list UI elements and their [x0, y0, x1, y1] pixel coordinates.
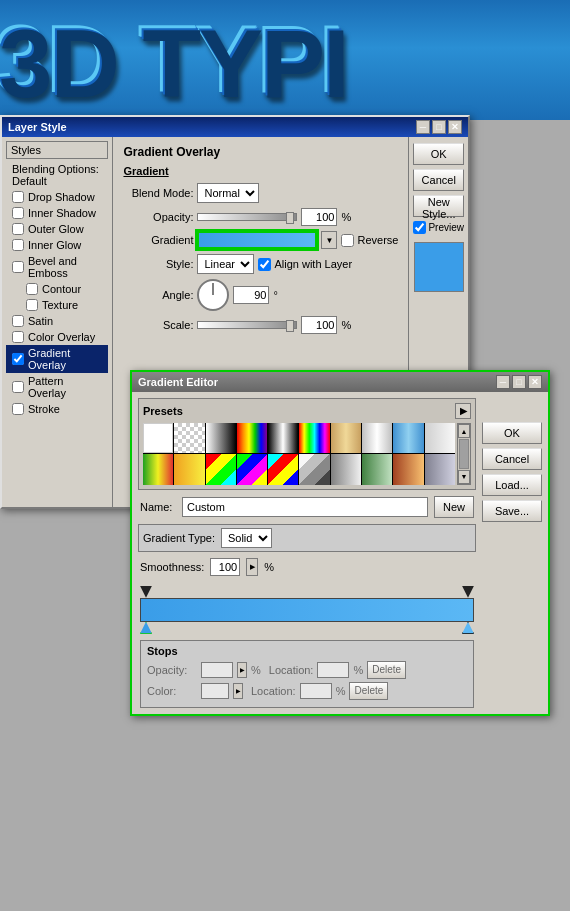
scroll-down-btn[interactable]: ▼ [458, 470, 470, 484]
preset-swatch[interactable] [425, 454, 455, 484]
sidebar-item-bevel-emboss[interactable]: Bevel and Emboss [6, 253, 108, 281]
drop-shadow-checkbox[interactable] [12, 191, 24, 203]
color-overlay-checkbox[interactable] [12, 331, 24, 343]
preset-swatch[interactable] [143, 454, 173, 484]
sidebar-item-outer-glow[interactable]: Outer Glow [6, 221, 108, 237]
stops-opacity-stepper[interactable]: ▶ [237, 662, 247, 678]
inner-glow-checkbox[interactable] [12, 239, 24, 251]
sidebar-item-satin[interactable]: Satin [6, 313, 108, 329]
preset-swatch[interactable] [393, 423, 423, 453]
ge-minimize-btn[interactable]: ─ [496, 375, 510, 389]
preset-swatch[interactable] [237, 454, 267, 484]
ge-smoothness-stepper[interactable]: ▶ [246, 558, 258, 576]
stops-opacity-loc-input[interactable] [317, 662, 349, 678]
top-stop-right[interactable] [462, 586, 474, 598]
close-btn[interactable]: ✕ [448, 120, 462, 134]
opacity-thumb[interactable] [286, 212, 294, 224]
opacity-input[interactable] [301, 208, 337, 226]
preset-swatch[interactable] [331, 423, 361, 453]
opacity-slider[interactable] [197, 213, 297, 221]
scroll-thumb[interactable] [459, 439, 469, 469]
sidebar-item-inner-glow[interactable]: Inner Glow [6, 237, 108, 253]
ge-name-input[interactable] [182, 497, 428, 517]
align-checkbox[interactable] [258, 258, 271, 271]
scale-thumb[interactable] [286, 320, 294, 332]
presets-scrollbar[interactable]: ▲ ▼ [457, 423, 471, 485]
top-stop-left[interactable] [140, 586, 152, 598]
stops-color-delete-btn[interactable]: Delete [349, 682, 388, 700]
preset-swatch[interactable] [362, 454, 392, 484]
stops-color-box[interactable] [201, 683, 229, 699]
ge-cancel-button[interactable]: Cancel [482, 448, 542, 470]
scale-input[interactable] [301, 316, 337, 334]
cancel-button[interactable]: Cancel [413, 169, 464, 191]
preset-swatch[interactable] [174, 454, 204, 484]
ge-type-select[interactable]: Solid [221, 528, 272, 548]
ge-close-btn[interactable]: ✕ [528, 375, 542, 389]
gradient-bar[interactable] [140, 598, 474, 622]
sidebar-item-contour[interactable]: Contour [6, 281, 108, 297]
sidebar-item-inner-shadow[interactable]: Inner Shadow [6, 205, 108, 221]
stroke-label: Stroke [28, 403, 60, 415]
new-style-button[interactable]: New Style... [413, 195, 464, 217]
ge-new-button[interactable]: New [434, 496, 474, 518]
bottom-stop-right[interactable] [462, 622, 474, 634]
preset-swatch[interactable] [362, 423, 392, 453]
stops-opacity-input[interactable] [201, 662, 233, 678]
ge-ok-button[interactable]: OK [482, 422, 542, 444]
preset-swatch[interactable] [237, 423, 267, 453]
ge-smoothness-input[interactable] [210, 558, 240, 576]
preset-swatch[interactable] [206, 423, 236, 453]
minimize-btn[interactable]: ─ [416, 120, 430, 134]
sidebar-item-stroke[interactable]: Stroke [6, 401, 108, 417]
blend-mode-select[interactable]: Normal [197, 183, 259, 203]
preset-swatch[interactable] [393, 454, 423, 484]
outer-glow-checkbox[interactable] [12, 223, 24, 235]
pattern-overlay-checkbox[interactable] [12, 381, 24, 393]
inner-shadow-checkbox[interactable] [12, 207, 24, 219]
scale-label: Scale: [123, 319, 193, 331]
sidebar-item-drop-shadow[interactable]: Drop Shadow [6, 189, 108, 205]
contour-checkbox[interactable] [26, 283, 38, 295]
angle-dial[interactable] [197, 279, 229, 311]
ok-button[interactable]: OK [413, 143, 464, 165]
sidebar-item-texture[interactable]: Texture [6, 297, 108, 313]
preset-swatch[interactable] [331, 454, 361, 484]
stroke-checkbox[interactable] [12, 403, 24, 415]
scale-slider[interactable] [197, 321, 297, 329]
stops-color-stepper[interactable]: ▶ [233, 683, 243, 699]
outer-glow-label: Outer Glow [28, 223, 84, 235]
gradient-preview-box[interactable] [197, 231, 317, 249]
preview-checkbox[interactable] [413, 221, 426, 234]
sidebar-item-pattern-overlay[interactable]: Pattern Overlay [6, 373, 108, 401]
texture-checkbox[interactable] [26, 299, 38, 311]
preset-swatch[interactable] [174, 423, 204, 453]
preset-swatch[interactable] [268, 454, 298, 484]
sidebar-item-color-overlay[interactable]: Color Overlay [6, 329, 108, 345]
bevel-checkbox[interactable] [12, 261, 24, 273]
bottom-stop-left[interactable] [140, 622, 152, 634]
preset-swatch[interactable] [299, 423, 329, 453]
ge-maximize-btn[interactable]: □ [512, 375, 526, 389]
preset-swatch[interactable] [299, 454, 329, 484]
angle-needle [213, 283, 214, 295]
sidebar-item-blending[interactable]: Blending Options: Default [6, 161, 108, 189]
ge-load-button[interactable]: Load... [482, 474, 542, 496]
preset-swatch[interactable] [268, 423, 298, 453]
stops-opacity-delete-btn[interactable]: Delete [367, 661, 406, 679]
angle-input[interactable] [233, 286, 269, 304]
stops-color-loc-input[interactable] [300, 683, 332, 699]
preset-swatch[interactable] [206, 454, 236, 484]
maximize-btn[interactable]: □ [432, 120, 446, 134]
gradient-overlay-checkbox[interactable] [12, 353, 24, 365]
preset-swatch[interactable] [143, 423, 173, 453]
gradient-dropdown-arrow[interactable]: ▼ [321, 231, 337, 249]
reverse-checkbox[interactable] [341, 234, 354, 247]
style-select[interactable]: Linear [197, 254, 254, 274]
preset-swatch[interactable] [425, 423, 455, 453]
scroll-up-btn[interactable]: ▲ [458, 424, 470, 438]
presets-menu-btn[interactable]: ▶ [455, 403, 471, 419]
ge-save-button[interactable]: Save... [482, 500, 542, 522]
satin-checkbox[interactable] [12, 315, 24, 327]
sidebar-item-gradient-overlay[interactable]: Gradient Overlay [6, 345, 108, 373]
